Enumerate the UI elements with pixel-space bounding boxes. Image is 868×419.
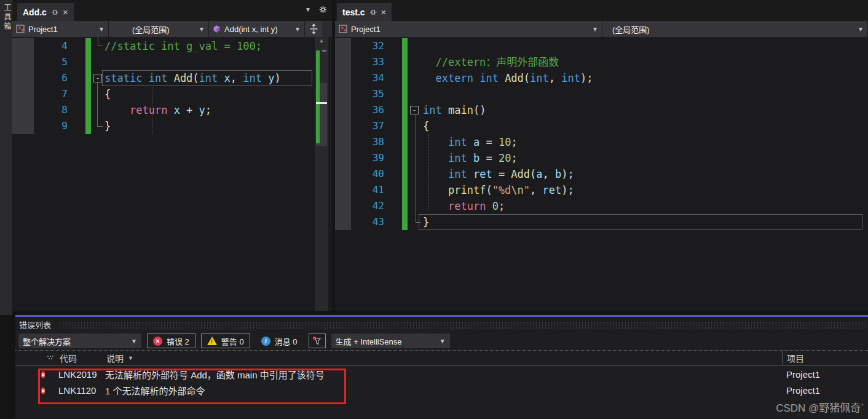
token-pl: ; — [205, 104, 211, 116]
code-text: { — [103, 86, 332, 102]
messages-toggle-button[interactable]: i 消息 0 — [256, 333, 303, 348]
token-pl — [167, 104, 173, 116]
line-number: 8 — [34, 102, 68, 118]
tab-title: Add.c — [23, 7, 47, 17]
source-filter-dropdown[interactable]: 生成 + IntelliSense ▼ — [331, 333, 450, 348]
line-number: 33 — [351, 54, 384, 70]
line-number: 5 — [34, 54, 68, 70]
indicator-margin — [12, 102, 34, 118]
change-bar — [402, 86, 408, 102]
code-line[interactable]: 6-static int Add(int x, int y) — [12, 70, 332, 86]
project-dropdown[interactable]: Project1 ▼ — [335, 21, 602, 37]
fold-scope-foot — [97, 126, 103, 127]
document-list-dropdown-icon[interactable]: ▼ — [305, 6, 311, 13]
left-tabstrip: Add.c × ▼ — [12, 0, 332, 21]
project-dropdown[interactable]: Project1 ▼ — [12, 21, 109, 37]
vertical-scrollbar[interactable]: ▲ — [315, 37, 328, 311]
code-text: //static int g_val = 100; — [103, 38, 332, 54]
line-number: 32 — [351, 38, 384, 54]
code-text: int ret = Add(a, b); — [420, 166, 868, 182]
token-num: 20 — [499, 152, 511, 164]
token-pl — [499, 72, 505, 84]
token-pl: ( — [486, 184, 492, 196]
token-pl — [423, 200, 448, 212]
error-project: Project1 — [782, 369, 868, 380]
token-ctl: return — [448, 200, 486, 212]
code-line[interactable]: 4//static int g_val = 100; — [12, 38, 332, 54]
change-bar — [402, 198, 408, 214]
code-line[interactable]: 34 extern int Add(int, int); — [335, 70, 868, 86]
indicator-margin — [335, 134, 351, 150]
indicator-margin — [12, 86, 34, 102]
code-line[interactable]: 8 return x + y; — [12, 102, 332, 118]
toolbox-sidebar-tab[interactable]: 工具箱 — [0, 0, 12, 315]
token-ctl: return — [130, 104, 167, 116]
token-pl: = — [479, 152, 499, 164]
line-number: 41 — [351, 182, 384, 198]
scroll-up-icon[interactable]: ▲ — [315, 38, 328, 44]
collapse-region-end-foot — [98, 46, 103, 46]
indicator-margin — [335, 166, 351, 182]
collapse-toggle-icon[interactable]: - — [410, 106, 419, 114]
pin-icon[interactable] — [51, 9, 58, 16]
member-dropdown[interactable]: Add(int x, int y) ▼ — [209, 21, 305, 37]
panel-title: 错误列表 — [19, 319, 51, 330]
watermark: CSDN @野猪佩奇` — [776, 399, 864, 415]
member-dropdown-value: Add(int x, int y) — [224, 25, 278, 34]
error-code: LNK2019 — [58, 369, 98, 380]
token-pl — [423, 136, 448, 148]
line-number: 9 — [34, 118, 68, 134]
chevron-down-icon: ▼ — [440, 338, 446, 345]
close-icon[interactable]: × — [381, 7, 387, 17]
code-editor[interactable]: 3233 //extern：声明外部函数34 extern int Add(in… — [335, 37, 868, 311]
code-line[interactable]: 9} — [12, 118, 332, 134]
column-header-description[interactable]: 说明 ▼ — [106, 352, 782, 364]
line-number: 38 — [351, 134, 384, 150]
token-com: //extern：声明外部函数 — [423, 56, 559, 68]
close-icon[interactable]: × — [63, 7, 68, 17]
code-line[interactable]: 5 — [12, 54, 332, 70]
code-line[interactable]: 33 //extern：声明外部函数 — [335, 54, 868, 70]
code-line[interactable]: 35 — [335, 86, 868, 102]
chevron-down-icon: ▼ — [858, 26, 864, 33]
gear-icon[interactable] — [319, 6, 327, 14]
pin-icon[interactable] — [369, 9, 377, 16]
scope-dropdown[interactable]: (全局范围) ▼ — [109, 21, 209, 37]
fold-margin — [409, 118, 420, 134]
token-id: ret — [473, 168, 492, 180]
error-list-header: 代码 说明 ▼ 项目 — [15, 350, 868, 366]
code-line[interactable]: 32 — [335, 38, 868, 54]
project-dropdown-value: Project1 — [28, 25, 58, 34]
warnings-toggle-button[interactable]: ! 警告 0 — [201, 333, 250, 348]
line-number: 36 — [351, 102, 384, 118]
token-pl: ); — [561, 184, 574, 196]
scope-dropdown[interactable]: (全局范围) ▼ — [602, 21, 868, 37]
code-editor[interactable]: 4//static int g_val = 100;56-static int … — [12, 37, 332, 311]
panel-title-bar[interactable]: 错误列表 — [15, 317, 868, 332]
filter-button[interactable] — [309, 333, 326, 348]
error-row[interactable]: ×LNK2019无法解析的外部符号 Add，函数 main 中引用了该符号Pro… — [15, 366, 868, 382]
column-header-project[interactable]: 项目 — [782, 351, 868, 365]
code-line[interactable]: 7{ — [12, 86, 332, 102]
errors-toggle-button[interactable]: × 错误 2 — [147, 333, 195, 348]
fold-margin — [409, 182, 420, 198]
tab-test-c[interactable]: test.c × — [337, 3, 392, 21]
scrollbar-change-marks — [316, 50, 320, 143]
fold-margin: - — [409, 102, 420, 118]
vs-ide-window: { "colors": { "kw": "#569cd6", "id": "#9… — [0, 0, 868, 419]
split-editor-button[interactable] — [305, 21, 322, 37]
code-text: } — [420, 214, 868, 230]
token-pl — [467, 136, 473, 148]
code-text: extern int Add(int, int); — [420, 70, 868, 86]
token-str: "%d — [492, 184, 511, 196]
error-row[interactable]: ×LNK11201 个无法解析的外部命令Project1 — [15, 382, 868, 398]
scope-filter-dropdown[interactable]: 整个解决方案 ▼ — [18, 333, 141, 348]
code-text: //extern：声明外部函数 — [420, 54, 868, 70]
token-pl — [473, 72, 479, 84]
token-fn: main — [448, 104, 473, 116]
tab-add-c[interactable]: Add.c × — [17, 3, 74, 21]
column-header-code[interactable]: 代码 — [60, 352, 99, 364]
token-id: b — [473, 152, 479, 164]
collapse-toggle-icon[interactable]: - — [93, 74, 102, 82]
project-dropdown-value: Project1 — [351, 25, 381, 34]
